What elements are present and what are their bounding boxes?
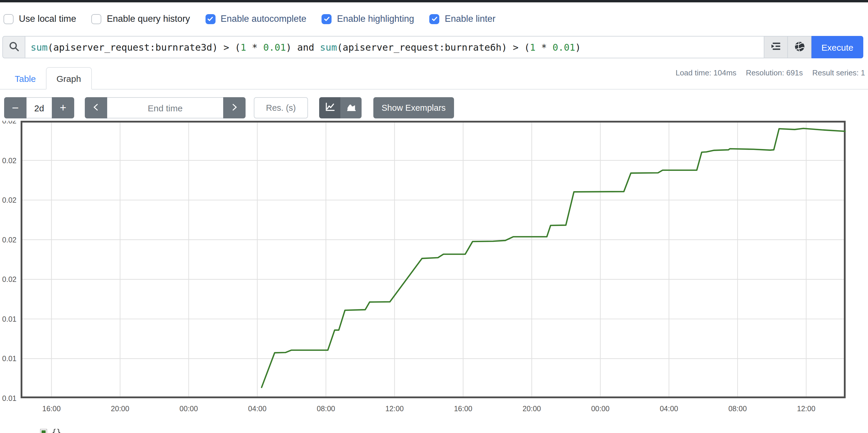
option-label: Enable query history — [107, 13, 190, 24]
option-use-local-time[interactable]: Use local time — [3, 13, 76, 24]
query-token-num: 0.01 — [263, 41, 286, 53]
query-token-num: 0.01 — [553, 41, 575, 53]
end-time-input[interactable] — [107, 97, 223, 118]
option-enable-query-history[interactable]: Enable query history — [92, 13, 190, 24]
y-axis-tick-label: 0.01 — [2, 354, 17, 363]
query-token-plain: * — [246, 41, 263, 53]
resolution-input[interactable] — [254, 97, 308, 118]
stat-resolution: Resolution: 691s — [746, 68, 803, 77]
x-axis-tick-label: 08:00 — [728, 404, 747, 413]
option-enable-linter[interactable]: Enable linter — [430, 13, 496, 24]
checked-checkbox-icon — [322, 14, 332, 24]
legend-swatch[interactable] — [40, 429, 47, 433]
y-axis-tick-label: 0.02 — [2, 275, 17, 283]
tab-graph[interactable]: Graph — [46, 67, 92, 90]
y-axis-tick-label: 0.02 — [2, 156, 17, 165]
stacked-mode-button[interactable] — [340, 97, 362, 118]
unchecked-checkbox-icon — [3, 14, 13, 24]
x-axis-tick-label: 08:00 — [317, 404, 335, 413]
option-label: Enable linter — [445, 13, 496, 24]
x-axis-tick-label: 16:00 — [42, 404, 61, 413]
legend-series-label[interactable]: {} — [52, 428, 61, 433]
option-enable-highlighting[interactable]: Enable highlighting — [322, 13, 414, 24]
y-axis-tick-label: 0.02 — [2, 236, 17, 244]
stat-result-series: Result series: 1 — [812, 68, 865, 77]
query-options-row: Use local timeEnable query historyEnable… — [0, 2, 868, 35]
line-chart-icon — [325, 102, 335, 114]
query-token-plain: ) and — [286, 41, 320, 53]
graph-canvas[interactable]: 0.020.020.020.020.020.010.010.0116:0020:… — [0, 121, 868, 418]
x-axis-tick-label: 16:00 — [454, 404, 472, 413]
graph-panel: 0.020.020.020.020.020.010.010.0116:0020:… — [0, 121, 868, 418]
time-back-button[interactable] — [85, 97, 107, 118]
unchecked-checkbox-icon — [92, 14, 101, 24]
prometheus-expression-browser: Use local timeEnable query historyEnable… — [0, 0, 868, 433]
range-stepper: − + — [4, 97, 74, 118]
y-axis-tick-label: 0.01 — [2, 315, 17, 323]
x-axis-tick-label: 00:00 — [591, 404, 610, 413]
checked-checkbox-icon — [205, 14, 215, 24]
plot-border — [22, 122, 845, 397]
legend: {} — [40, 428, 61, 433]
time-forward-button[interactable] — [223, 97, 246, 118]
show-exemplars-button[interactable]: Show Exemplars — [373, 97, 454, 118]
range-decrease-button[interactable]: − — [4, 97, 27, 118]
query-token-plain: ) — [575, 41, 581, 53]
x-axis-tick-label: 04:00 — [248, 404, 267, 413]
chevron-left-icon — [92, 103, 100, 113]
query-token-plain: (apiserver_request:burnrate3d) > ( — [48, 41, 241, 53]
query-token-plain: (apiserver_request:burnrate6h) > ( — [337, 41, 530, 53]
range-input[interactable] — [27, 97, 52, 118]
globe-icon — [794, 41, 805, 53]
x-axis-tick-label: 20:00 — [523, 404, 541, 413]
query-token-num: 1 — [530, 41, 535, 53]
area-chart-icon — [346, 102, 356, 114]
y-axis-tick-label: 0.02 — [2, 121, 17, 125]
expression-input[interactable]: sum(apiserver_request:burnrate3d) > (1 *… — [25, 36, 764, 58]
query-token-plain: * — [535, 41, 553, 53]
option-label: Enable autocomplete — [220, 13, 306, 24]
x-axis-tick-label: 12:00 — [797, 404, 815, 413]
graph-controls: − + Show Exemplars — [4, 97, 454, 118]
navbar-bottom-edge — [0, 0, 868, 2]
chart-mode-toggle — [319, 97, 362, 118]
tab-table[interactable]: Table — [5, 68, 46, 89]
query-token-fn: sum — [320, 41, 337, 53]
option-label: Use local time — [19, 13, 76, 24]
x-axis-tick-label: 20:00 — [111, 404, 129, 413]
stat-load-time: Load time: 104ms — [676, 68, 736, 77]
option-enable-autocomplete[interactable]: Enable autocomplete — [205, 13, 306, 24]
panel-tabs: Table Graph Load time: 104msResolution: … — [0, 64, 868, 90]
x-axis-tick-label: 12:00 — [385, 404, 404, 413]
chevron-right-icon — [230, 103, 239, 113]
format-expression-button[interactable] — [764, 36, 788, 58]
query-bar: sum(apiserver_request:burnrate3d) > (1 *… — [2, 36, 863, 58]
query-token-fn: sum — [31, 41, 48, 53]
line-mode-button[interactable] — [319, 97, 340, 118]
time-navigation — [85, 97, 246, 118]
search-icon-box — [2, 36, 25, 58]
query-token-num: 1 — [241, 41, 246, 53]
format-expression-icon — [771, 41, 781, 53]
y-axis-tick-label: 0.01 — [2, 394, 17, 402]
execute-button[interactable]: Execute — [811, 36, 863, 58]
x-axis-tick-label: 04:00 — [660, 404, 678, 413]
metrics-explorer-button[interactable] — [788, 36, 811, 58]
x-axis-tick-label: 00:00 — [180, 404, 198, 413]
range-increase-button[interactable]: + — [52, 97, 74, 118]
search-icon — [8, 41, 19, 53]
series-line[interactable] — [261, 128, 845, 388]
query-stats: Load time: 104msResolution: 691sResult s… — [666, 68, 865, 77]
checked-checkbox-icon — [430, 14, 440, 24]
y-axis-tick-label: 0.02 — [2, 196, 17, 204]
option-label: Enable highlighting — [337, 13, 414, 24]
